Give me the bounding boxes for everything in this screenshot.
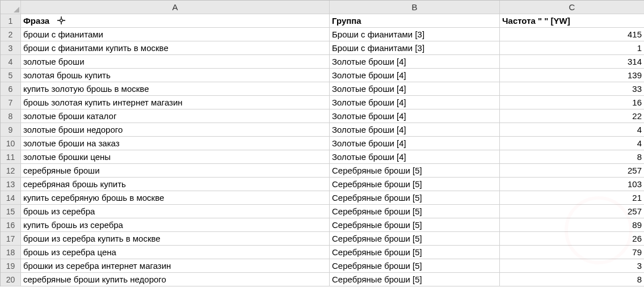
row-header[interactable]: 5	[1, 69, 21, 82]
cell-freq[interactable]: 4	[500, 137, 644, 150]
cell-group[interactable]: Серебряные броши [5]	[330, 178, 500, 191]
row-header[interactable]: 13	[1, 178, 21, 191]
cell-freq[interactable]: 8	[500, 150, 644, 164]
cell-freq[interactable]: 8	[500, 273, 644, 286]
cell-freq[interactable]: 415	[500, 28, 644, 41]
cell-group[interactable]: Золотые броши [4]	[330, 69, 500, 82]
row-header[interactable]: 2	[1, 28, 21, 41]
cell-phrase[interactable]: брошь золотая купить интернет магазин	[21, 96, 330, 109]
row-header[interactable]: 12	[1, 164, 21, 178]
cell-freq[interactable]: 257	[500, 205, 644, 218]
cell-phrase[interactable]: золотая брошь купить	[21, 69, 330, 82]
header-cell-freq[interactable]: Частота " " [YW]	[500, 14, 644, 28]
cell-group[interactable]: Серебряные броши [5]	[330, 273, 500, 286]
cell-phrase[interactable]: брошки из серебра интернет магазин	[21, 259, 330, 273]
select-all-corner[interactable]	[1, 1, 21, 14]
cell-freq[interactable]: 89	[500, 218, 644, 232]
cell-phrase[interactable]: серебряные броши	[21, 164, 330, 178]
cell-freq[interactable]: 79	[500, 246, 644, 259]
cell-freq[interactable]: 3	[500, 259, 644, 273]
cell-freq[interactable]: 26	[500, 232, 644, 246]
cell-freq[interactable]: 33	[500, 82, 644, 96]
row-header[interactable]: 9	[1, 123, 21, 137]
cell-freq[interactable]: 257	[500, 164, 644, 178]
row-header[interactable]: 4	[1, 55, 21, 69]
cell-group[interactable]: Золотые броши [4]	[330, 137, 500, 150]
cell-freq[interactable]: 314	[500, 55, 644, 69]
cell-group[interactable]: Серебряные броши [5]	[330, 218, 500, 232]
row-header[interactable]: 16	[1, 218, 21, 232]
cell-phrase[interactable]: золотые броши на заказ	[21, 137, 330, 150]
spreadsheet-grid[interactable]: A B C 1 Фраза Группа Частота " " [YW] 2б…	[0, 0, 644, 286]
column-header-b[interactable]: B	[330, 1, 500, 14]
cell-group[interactable]: Серебряные броши [5]	[330, 205, 500, 218]
cell-group[interactable]: Броши с фианитами [3]	[330, 41, 500, 55]
cell-phrase[interactable]: купить брошь из серебра	[21, 218, 330, 232]
cell-group[interactable]: Золотые броши [4]	[330, 150, 500, 164]
row-header[interactable]: 6	[1, 82, 21, 96]
column-header-a[interactable]: A	[21, 1, 330, 14]
cell-freq[interactable]: 103	[500, 178, 644, 191]
cell-freq[interactable]: 139	[500, 69, 644, 82]
row-header[interactable]: 1	[1, 14, 21, 28]
cell-phrase[interactable]: купить серебряную брошь в москве	[21, 191, 330, 205]
cell-freq[interactable]: 4	[500, 123, 644, 137]
header-cell-phrase[interactable]: Фраза	[21, 14, 330, 28]
row-header[interactable]: 10	[1, 137, 21, 150]
cell-freq[interactable]: 21	[500, 191, 644, 205]
cell-phrase[interactable]: броши с фианитами купить в москве	[21, 41, 330, 55]
cell-phrase[interactable]: серебряная брошь купить	[21, 178, 330, 191]
row-header[interactable]: 20	[1, 273, 21, 286]
cell-phrase[interactable]: брошь из серебра цена	[21, 246, 330, 259]
cell-phrase[interactable]: серебряные броши купить недорого	[21, 273, 330, 286]
cell-freq[interactable]: 16	[500, 96, 644, 109]
cell-phrase[interactable]: броши из серебра купить в москве	[21, 232, 330, 246]
cell-phrase[interactable]: броши с фианитами	[21, 28, 330, 41]
cell-freq[interactable]: 1	[500, 41, 644, 55]
cell-freq[interactable]: 22	[500, 109, 644, 123]
row-header[interactable]: 17	[1, 232, 21, 246]
cell-phrase[interactable]: купить золотую брошь в москве	[21, 82, 330, 96]
cell-phrase[interactable]: брошь из серебра	[21, 205, 330, 218]
cell-group[interactable]: Золотые броши [4]	[330, 109, 500, 123]
cell-phrase[interactable]: золотые броши каталог	[21, 109, 330, 123]
cell-group[interactable]: Серебряные броши [5]	[330, 259, 500, 273]
row-header[interactable]: 18	[1, 246, 21, 259]
row-header[interactable]: 19	[1, 259, 21, 273]
row-header[interactable]: 3	[1, 41, 21, 55]
row-header[interactable]: 15	[1, 205, 21, 218]
cell-phrase[interactable]: золотые броши недорого	[21, 123, 330, 137]
column-header-c[interactable]: C	[500, 1, 644, 14]
row-header[interactable]: 14	[1, 191, 21, 205]
cell-phrase[interactable]: золотые броши	[21, 55, 330, 69]
cell-group[interactable]: Броши с фианитами [3]	[330, 28, 500, 41]
cell-group[interactable]: Золотые броши [4]	[330, 123, 500, 137]
cell-group[interactable]: Серебряные броши [5]	[330, 232, 500, 246]
cell-group[interactable]: Золотые броши [4]	[330, 82, 500, 96]
cell-group[interactable]: Золотые броши [4]	[330, 55, 500, 69]
row-header[interactable]: 7	[1, 96, 21, 109]
cell-group[interactable]: Серебряные броши [5]	[330, 246, 500, 259]
row-header[interactable]: 11	[1, 150, 21, 164]
cell-phrase[interactable]: золотые брошки цены	[21, 150, 330, 164]
cell-group[interactable]: Серебряные броши [5]	[330, 164, 500, 178]
cell-group[interactable]: Золотые броши [4]	[330, 96, 500, 109]
row-header[interactable]: 8	[1, 109, 21, 123]
header-cell-group[interactable]: Группа	[330, 14, 500, 28]
cell-group[interactable]: Серебряные броши [5]	[330, 191, 500, 205]
